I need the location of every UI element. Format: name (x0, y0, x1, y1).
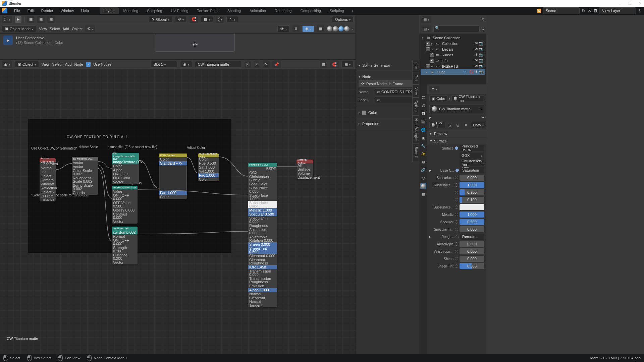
render-icon[interactable]: 📷 (479, 58, 484, 63)
socket-dot[interactable] (455, 235, 459, 238)
node-editor-canvas[interactable]: CW-ONE TEXTURE TO RULE ALL Use Object, U… (0, 69, 356, 354)
tab-layout[interactable]: Layout (100, 7, 119, 14)
shader-dropdown[interactable]: Principled BSDF (460, 145, 484, 151)
socket-dot[interactable] (455, 176, 458, 179)
breadcrumb-object[interactable]: ▣Cube (429, 95, 447, 102)
node-mapping[interactable]: cw-Mapping.002 VectorVectorColor Scale 0… (72, 157, 98, 195)
vp-menu-add[interactable]: Add (63, 27, 69, 31)
outliner-search[interactable]: 🔍 (433, 25, 480, 32)
socket-dot[interactable] (455, 220, 458, 224)
shading-material-icon[interactable] (338, 26, 344, 32)
ptab-particles[interactable]: ✨ (420, 151, 426, 157)
node-rgb-curves[interactable]: RGB Curves Color Standard ▾ ⟳ Fac 1.000C… (159, 154, 187, 199)
tab-texture-paint[interactable]: Texture Paint (193, 7, 222, 14)
socket-dot[interactable] (455, 183, 458, 187)
tab-animation[interactable]: Animation (246, 7, 270, 14)
node-snap-icon[interactable]: 🧲 (330, 61, 339, 68)
gizmo-toggle[interactable]: ⊕ (292, 25, 300, 32)
value-slider[interactable]: 1.000 (460, 212, 484, 218)
color-field[interactable] (460, 204, 484, 210)
xray-toggle[interactable]: ▦ (317, 25, 324, 32)
panel-color[interactable]: ▸Color⠇ (356, 107, 419, 118)
tab-sculpting[interactable]: Sculpting (143, 7, 166, 14)
linked-value[interactable]: Reroute (460, 234, 484, 240)
collection-checkbox[interactable] (426, 47, 430, 51)
socket-dot[interactable] (455, 146, 458, 150)
menu-window[interactable]: Window (57, 8, 77, 14)
snap-set-3[interactable]: ▦ (47, 16, 55, 23)
value-slider[interactable]: 0.500 (460, 219, 484, 225)
tab-rendering[interactable]: Rendering (271, 7, 296, 14)
node-principled-bsdf[interactable]: Principled BSDF BSDF GGXChristensen-Burl… (248, 163, 277, 307)
scene-browse-icon[interactable]: 🔀 (537, 8, 541, 13)
remove-slot-button[interactable]: − (482, 115, 484, 120)
tree-row-inserts[interactable]: ▸▭ INSERTS 👁📷 (421, 63, 485, 69)
blender-logo-icon[interactable] (2, 8, 7, 13)
vp-menu-select[interactable]: Select (50, 27, 60, 31)
collection-checkbox[interactable] (426, 42, 430, 46)
breadcrumb-material[interactable]: CW Titanium ma (451, 95, 484, 102)
tree-row-cube[interactable]: ▸▽ Cube ▽ 🚫👁📷 (421, 69, 485, 75)
vtab-view[interactable]: View (412, 84, 419, 98)
tab-compositing[interactable]: Compositing (297, 7, 325, 14)
socket-dot[interactable] (455, 169, 459, 172)
material-name-field[interactable]: CW Titanium matte (195, 61, 242, 68)
options-popover[interactable]: Options (332, 16, 354, 23)
socket-dot[interactable] (455, 257, 458, 260)
proportional-edit[interactable]: ◯ (216, 16, 224, 23)
ptab-object[interactable]: ▣ (420, 135, 426, 141)
render-icon[interactable]: 📷 (479, 64, 484, 68)
use-nodes-checkbox[interactable] (86, 62, 91, 67)
ptab-viewlayer[interactable]: 🖼 (420, 111, 426, 117)
ptab-scene[interactable]: 🎬 (420, 119, 426, 125)
data-link-dropdown[interactable]: Data (471, 122, 486, 128)
viewport-shading[interactable] (327, 26, 350, 32)
node-hue-saturation[interactable]: Hue Saturation Value ColorHue 0.500Sat 1… (198, 154, 219, 181)
viewlayer-field[interactable]: View Layer (599, 7, 636, 14)
reset-nodes-button[interactable]: ⟳Reset Nodes in Frame (359, 80, 416, 87)
value-slider[interactable]: 0.000 (460, 248, 484, 254)
tree-row-scene-collection[interactable]: ▾▭ Scene Collection (421, 35, 485, 41)
shading-wireframe-icon[interactable] (327, 26, 332, 32)
menu-file[interactable]: File (11, 8, 23, 14)
tab-modeling[interactable]: Modeling (119, 7, 143, 14)
ptab-world[interactable]: 🌐 (420, 127, 426, 133)
window-close-button[interactable]: ✕ (638, 1, 642, 6)
scene-name-field[interactable]: Scene (543, 7, 580, 14)
material-dropdown[interactable]: ◉ (180, 61, 192, 68)
pin-icon[interactable]: 📌 (272, 61, 281, 68)
node-menu-select[interactable]: Select (52, 62, 62, 66)
menu-help[interactable]: Help (78, 8, 92, 14)
material-unlink-icon[interactable]: ✕ (263, 61, 270, 68)
node-image-texture-1[interactable]: cw-ImageTexture.006 cw-ImageTexture.007 … (112, 153, 139, 184)
eye-icon[interactable]: 👁 (475, 41, 478, 46)
mat-copy-icon[interactable]: ⎘ (447, 122, 453, 128)
eye-icon[interactable]: 👁 (475, 70, 478, 74)
distribution-dropdown[interactable]: GGX (460, 153, 484, 159)
transform-orientation[interactable]: ⤨ Global (149, 16, 172, 23)
value-slider[interactable]: 0.000 (460, 226, 484, 232)
slot-dropdown[interactable]: Slot 1 (151, 61, 177, 68)
vtab-item[interactable]: Item (412, 60, 419, 72)
editor-type-dropdown[interactable]: ⬚ (2, 16, 12, 23)
base-color-link[interactable]: Hue Saturation ... (460, 167, 484, 173)
window-maximize-button[interactable]: ☐ (628, 1, 632, 6)
props-editor-type[interactable]: ⚙ (429, 86, 439, 93)
tree-row-collection[interactable]: ▸▭ Collection 👁📷 (421, 41, 485, 46)
node-label-field[interactable]: ▭ (375, 97, 416, 103)
menu-render[interactable]: Render (38, 8, 57, 14)
eye-icon[interactable]: 👁 (475, 53, 478, 57)
panel-properties[interactable]: ▸Properties (356, 118, 419, 129)
tree-row-subset[interactable]: ▭ Subset 👁📷 (421, 52, 485, 58)
collection-checkbox[interactable] (426, 64, 430, 68)
cursor-tool-icon[interactable]: ▶ (15, 16, 21, 23)
outliner-tree[interactable]: ▾▭ Scene Collection ▸▭ Collection 👁📷 ▾▭ … (419, 34, 486, 76)
node-menu-node[interactable]: Node (74, 62, 83, 66)
pivot-dropdown[interactable]: ⊙ (175, 16, 187, 23)
overlay-popover[interactable]: ◉ (302, 25, 314, 32)
node-editor-type[interactable]: ◉ (2, 61, 12, 68)
socket-dot[interactable] (455, 250, 458, 253)
socket-dot[interactable] (455, 198, 458, 201)
backdrop-toggle[interactable]: ▥ (320, 61, 327, 68)
ptab-constraint[interactable]: 🔗 (420, 167, 426, 173)
